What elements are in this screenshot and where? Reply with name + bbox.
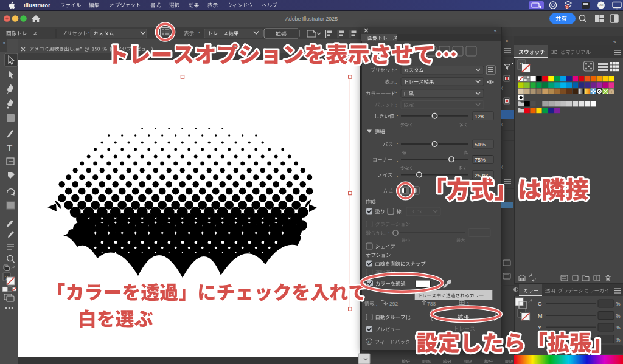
svg-text:%: % [616, 325, 621, 331]
svg-text::: : [397, 157, 398, 163]
svg-text:i: i [367, 339, 369, 345]
svg-text:«: « [494, 28, 497, 33]
svg-text:50%: 50% [475, 142, 486, 148]
svg-text:Adobe Illustrator 2025: Adobe Illustrator 2025 [285, 16, 338, 22]
svg-text:〈: 〈 [501, 122, 503, 126]
svg-text:75%: 75% [475, 157, 486, 163]
svg-text:〈: 〈 [501, 86, 503, 90]
svg-text:»: » [613, 39, 616, 45]
svg-text::: : [395, 102, 397, 108]
svg-text:»: » [506, 38, 509, 44]
svg-text::: : [395, 91, 397, 97]
svg-text:C: C [538, 301, 542, 307]
svg-text:M: M [538, 313, 543, 319]
svg-text::: : [388, 230, 389, 236]
svg-text::: : [198, 30, 200, 36]
svg-text::: : [376, 301, 377, 307]
svg-text::: : [397, 142, 398, 148]
svg-text::: : [395, 79, 397, 85]
svg-text::: : [395, 67, 397, 74]
svg-text:128: 128 [475, 114, 484, 120]
svg-text::: : [397, 114, 398, 120]
svg-text:〈: 〈 [501, 165, 503, 169]
svg-text:292: 292 [389, 301, 398, 307]
svg-text:788: 788 [427, 301, 436, 307]
svg-text::: : [397, 172, 398, 178]
svg-text:Illustrator: Illustrator [24, 2, 50, 9]
svg-text::: : [88, 30, 89, 36]
svg-text:%: % [616, 301, 621, 307]
svg-text:%: % [616, 313, 621, 319]
svg-text:»: » [3, 40, 6, 46]
svg-text:T: T [7, 143, 12, 153]
svg-text:Y: Y [538, 325, 541, 331]
svg-text:LINE: LINE [599, 4, 604, 7]
svg-text:%: % [616, 337, 621, 343]
